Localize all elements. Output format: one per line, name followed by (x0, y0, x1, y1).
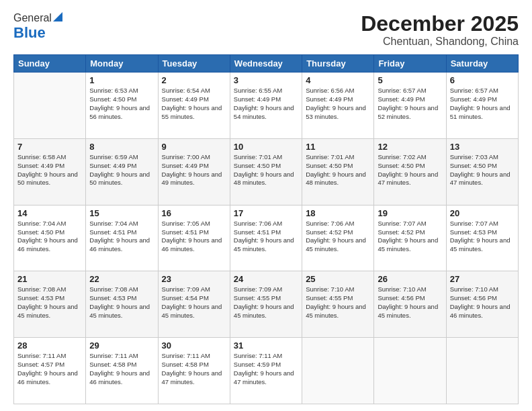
cell-info: Sunrise: 7:03 AM Sunset: 4:50 PM Dayligh… (450, 153, 515, 187)
cell-info: Sunrise: 7:11 AM Sunset: 4:57 PM Dayligh… (17, 352, 82, 386)
cell-info: Sunrise: 6:56 AM Sunset: 4:49 PM Dayligh… (306, 87, 370, 121)
table-cell: 5Sunrise: 6:57 AM Sunset: 4:49 PM Daylig… (374, 73, 446, 139)
table-cell: 30Sunrise: 7:11 AM Sunset: 4:58 PM Dayli… (158, 338, 230, 404)
logo: General Blue (13, 12, 62, 42)
day-number: 28 (17, 340, 82, 351)
cell-info: Sunrise: 7:10 AM Sunset: 4:56 PM Dayligh… (450, 285, 515, 320)
day-number: 10 (234, 142, 298, 152)
cell-info: Sunrise: 7:06 AM Sunset: 4:51 PM Dayligh… (234, 220, 298, 254)
logo-general-text: General (13, 12, 52, 24)
table-cell: 13Sunrise: 7:03 AM Sunset: 4:50 PM Dayli… (446, 138, 518, 205)
day-number: 12 (378, 142, 442, 152)
cell-info: Sunrise: 7:08 AM Sunset: 4:53 PM Dayligh… (17, 285, 82, 320)
day-number: 7 (17, 142, 82, 152)
cell-info: Sunrise: 7:09 AM Sunset: 4:55 PM Dayligh… (234, 285, 298, 320)
day-number: 19 (378, 208, 442, 218)
cell-info: Sunrise: 6:55 AM Sunset: 4:49 PM Dayligh… (234, 87, 298, 121)
day-number: 11 (306, 142, 370, 152)
table-cell: 26Sunrise: 7:10 AM Sunset: 4:56 PM Dayli… (374, 271, 446, 338)
logo-arrow-icon (53, 12, 62, 21)
table-cell: 14Sunrise: 7:04 AM Sunset: 4:50 PM Dayli… (14, 205, 86, 271)
table-cell: 24Sunrise: 7:09 AM Sunset: 4:55 PM Dayli… (230, 271, 302, 338)
cell-info: Sunrise: 7:00 AM Sunset: 4:49 PM Dayligh… (162, 153, 226, 187)
table-cell: 27Sunrise: 7:10 AM Sunset: 4:56 PM Dayli… (446, 271, 518, 338)
month-title: December 2025 (361, 12, 519, 36)
table-cell: 21Sunrise: 7:08 AM Sunset: 4:53 PM Dayli… (14, 271, 86, 338)
table-cell: 12Sunrise: 7:02 AM Sunset: 4:50 PM Dayli… (374, 138, 446, 205)
calendar-week-row: 7Sunrise: 6:58 AM Sunset: 4:49 PM Daylig… (14, 138, 519, 205)
table-cell: 10Sunrise: 7:01 AM Sunset: 4:50 PM Dayli… (230, 138, 302, 205)
table-cell: 18Sunrise: 7:06 AM Sunset: 4:52 PM Dayli… (302, 205, 374, 271)
cell-info: Sunrise: 7:07 AM Sunset: 4:53 PM Dayligh… (450, 220, 515, 254)
table-cell: 29Sunrise: 7:11 AM Sunset: 4:58 PM Dayli… (86, 338, 158, 404)
day-number: 18 (306, 208, 370, 218)
cell-info: Sunrise: 7:04 AM Sunset: 4:50 PM Dayligh… (17, 220, 82, 254)
calendar-week-row: 14Sunrise: 7:04 AM Sunset: 4:50 PM Dayli… (14, 205, 519, 271)
table-cell (446, 338, 518, 404)
cell-info: Sunrise: 7:10 AM Sunset: 4:56 PM Dayligh… (378, 285, 442, 320)
table-cell: 3Sunrise: 6:55 AM Sunset: 4:49 PM Daylig… (230, 73, 302, 139)
cell-info: Sunrise: 7:06 AM Sunset: 4:52 PM Dayligh… (306, 220, 370, 254)
cell-info: Sunrise: 7:11 AM Sunset: 4:59 PM Dayligh… (234, 352, 298, 386)
day-number: 5 (378, 75, 442, 85)
day-number: 23 (162, 274, 226, 284)
day-number: 8 (89, 142, 154, 152)
cell-info: Sunrise: 7:11 AM Sunset: 4:58 PM Dayligh… (89, 352, 154, 386)
day-number: 22 (89, 274, 154, 284)
table-cell: 4Sunrise: 6:56 AM Sunset: 4:49 PM Daylig… (302, 73, 374, 139)
day-number: 31 (234, 340, 298, 351)
day-number: 24 (234, 274, 298, 284)
table-cell (374, 338, 446, 404)
table-cell: 11Sunrise: 7:01 AM Sunset: 4:50 PM Dayli… (302, 138, 374, 205)
cell-info: Sunrise: 6:58 AM Sunset: 4:49 PM Dayligh… (17, 153, 82, 187)
cell-info: Sunrise: 7:07 AM Sunset: 4:52 PM Dayligh… (378, 220, 442, 254)
cell-info: Sunrise: 7:01 AM Sunset: 4:50 PM Dayligh… (306, 153, 370, 187)
col-monday: Monday (86, 55, 158, 73)
cell-info: Sunrise: 7:11 AM Sunset: 4:58 PM Dayligh… (162, 352, 226, 386)
table-cell: 1Sunrise: 6:53 AM Sunset: 4:50 PM Daylig… (86, 73, 158, 139)
day-number: 21 (17, 274, 82, 284)
col-tuesday: Tuesday (158, 55, 230, 73)
day-number: 29 (89, 340, 154, 351)
table-cell: 28Sunrise: 7:11 AM Sunset: 4:57 PM Dayli… (14, 338, 86, 404)
day-number: 14 (17, 208, 82, 218)
day-number: 3 (234, 75, 298, 85)
table-cell: 2Sunrise: 6:54 AM Sunset: 4:49 PM Daylig… (158, 73, 230, 139)
logo-blue-text: Blue (13, 24, 46, 42)
cell-info: Sunrise: 6:53 AM Sunset: 4:50 PM Dayligh… (89, 87, 154, 121)
table-cell: 7Sunrise: 6:58 AM Sunset: 4:49 PM Daylig… (14, 138, 86, 205)
table-cell: 31Sunrise: 7:11 AM Sunset: 4:59 PM Dayli… (230, 338, 302, 404)
day-number: 15 (89, 208, 154, 218)
table-cell: 20Sunrise: 7:07 AM Sunset: 4:53 PM Dayli… (446, 205, 518, 271)
table-cell: 8Sunrise: 6:59 AM Sunset: 4:49 PM Daylig… (86, 138, 158, 205)
calendar-header-row: Sunday Monday Tuesday Wednesday Thursday… (14, 55, 519, 73)
cell-info: Sunrise: 6:59 AM Sunset: 4:49 PM Dayligh… (89, 153, 154, 187)
col-saturday: Saturday (446, 55, 518, 73)
day-number: 6 (450, 75, 515, 85)
cell-info: Sunrise: 7:04 AM Sunset: 4:51 PM Dayligh… (89, 220, 154, 254)
day-number: 30 (162, 340, 226, 351)
table-cell: 23Sunrise: 7:09 AM Sunset: 4:54 PM Dayli… (158, 271, 230, 338)
day-number: 9 (162, 142, 226, 152)
cell-info: Sunrise: 6:57 AM Sunset: 4:49 PM Dayligh… (450, 87, 515, 121)
table-cell: 16Sunrise: 7:05 AM Sunset: 4:51 PM Dayli… (158, 205, 230, 271)
day-number: 2 (162, 75, 226, 85)
day-number: 16 (162, 208, 226, 218)
cell-info: Sunrise: 7:10 AM Sunset: 4:55 PM Dayligh… (306, 285, 370, 320)
table-cell: 17Sunrise: 7:06 AM Sunset: 4:51 PM Dayli… (230, 205, 302, 271)
table-cell: 6Sunrise: 6:57 AM Sunset: 4:49 PM Daylig… (446, 73, 518, 139)
header: General Blue December 2025 Chentuan, Sha… (13, 12, 519, 48)
title-block: December 2025 Chentuan, Shandong, China (361, 12, 519, 48)
table-cell: 9Sunrise: 7:00 AM Sunset: 4:49 PM Daylig… (158, 138, 230, 205)
col-thursday: Thursday (302, 55, 374, 73)
day-number: 4 (306, 75, 370, 85)
day-number: 27 (450, 274, 515, 284)
day-number: 17 (234, 208, 298, 218)
calendar-week-row: 28Sunrise: 7:11 AM Sunset: 4:57 PM Dayli… (14, 338, 519, 404)
page: General Blue December 2025 Chentuan, Sha… (0, 0, 532, 411)
col-sunday: Sunday (14, 55, 86, 73)
table-cell: 22Sunrise: 7:08 AM Sunset: 4:53 PM Dayli… (86, 271, 158, 338)
day-number: 1 (89, 75, 154, 85)
col-wednesday: Wednesday (230, 55, 302, 73)
location-title: Chentuan, Shandong, China (361, 36, 519, 48)
